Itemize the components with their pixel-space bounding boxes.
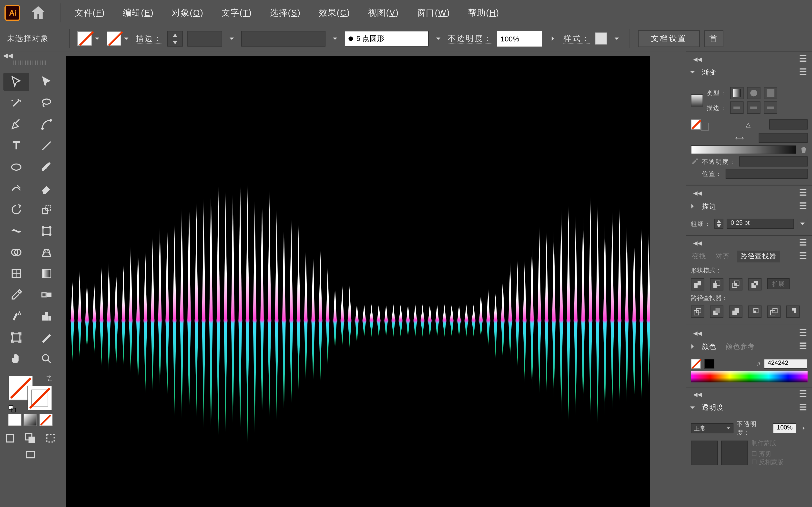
- grad-stop-opacity[interactable]: [739, 157, 808, 166]
- draw-behind-icon[interactable]: [22, 432, 39, 445]
- stroke-weight-field[interactable]: [187, 31, 222, 47]
- stroke-grad-within-icon[interactable]: [730, 101, 744, 114]
- panel-collapse-icon[interactable]: ◀◀: [693, 56, 702, 62]
- mesh-tool[interactable]: [3, 265, 29, 283]
- color-tab[interactable]: 颜色: [700, 341, 719, 352]
- menu-type[interactable]: 文字(T): [214, 4, 260, 21]
- radial-gradient-icon[interactable]: [747, 87, 760, 100]
- menu-object[interactable]: 对象(O): [164, 4, 211, 21]
- panel-menu-icon[interactable]: [799, 187, 809, 198]
- line-tool[interactable]: [34, 137, 59, 155]
- blend-tool[interactable]: [34, 286, 59, 304]
- color-guide-tab[interactable]: 颜色参考: [723, 341, 757, 352]
- magic-wand-tool[interactable]: [3, 94, 29, 112]
- gradient-tool[interactable]: [34, 265, 59, 283]
- chevron-down-icon[interactable]: [690, 69, 695, 75]
- color-mode-none[interactable]: [39, 414, 53, 426]
- stroke-weight-dd[interactable]: [797, 219, 807, 229]
- graphic-style-dropdown[interactable]: [612, 32, 622, 46]
- stroke-tab[interactable]: 描边: [700, 201, 719, 212]
- stroke-label[interactable]: 描边：: [136, 34, 163, 44]
- curvature-tool[interactable]: [34, 116, 59, 133]
- eyedropper-icon[interactable]: [691, 158, 699, 165]
- intersect-icon[interactable]: [729, 278, 743, 290]
- gradient-tab[interactable]: 渐变: [700, 66, 719, 78]
- zoom-tool[interactable]: [34, 350, 59, 368]
- panel-menu-icon[interactable]: [799, 251, 809, 262]
- divide-icon[interactable]: [691, 306, 704, 318]
- panel-menu-icon[interactable]: [799, 402, 809, 413]
- expand-button[interactable]: 扩展: [767, 278, 790, 289]
- invert-checkbox[interactable]: 反相蒙版: [759, 458, 783, 465]
- artboard-tool[interactable]: [3, 329, 29, 347]
- outline-icon[interactable]: [767, 306, 780, 318]
- color-stroke-swatch[interactable]: [704, 359, 714, 369]
- cap-profile-field[interactable]: 5 点圆形: [345, 31, 429, 47]
- panel-collapse-icon[interactable]: ◀◀: [693, 391, 702, 397]
- transparency-tab[interactable]: 透明度: [700, 402, 726, 413]
- scale-tool[interactable]: [34, 201, 59, 219]
- transform-tab[interactable]: 变换: [690, 250, 709, 262]
- grad-stop-location[interactable]: [726, 169, 808, 179]
- width-tool[interactable]: [3, 222, 29, 240]
- column-graph-tool[interactable]: [34, 307, 59, 325]
- linear-gradient-icon[interactable]: [730, 87, 744, 100]
- stroke-grad-along-icon[interactable]: [747, 101, 760, 114]
- menu-select[interactable]: 选择(S): [262, 4, 309, 21]
- tools-gripper[interactable]: [13, 60, 46, 65]
- mask-thumb[interactable]: [691, 441, 718, 465]
- panel-menu-icon[interactable]: [799, 54, 809, 64]
- gradient-ramp[interactable]: [691, 145, 796, 154]
- gradient-fill-swatch[interactable]: [701, 123, 709, 131]
- menu-view[interactable]: 视图(V): [360, 4, 407, 21]
- document-setup-button[interactable]: 文档设置: [638, 30, 700, 47]
- panel-collapse-icon[interactable]: ◀◀: [693, 330, 702, 336]
- style-label[interactable]: 样式：: [563, 34, 590, 44]
- merge-icon[interactable]: [729, 306, 743, 318]
- ellipse-tool[interactable]: [3, 158, 29, 176]
- chevron-right-icon[interactable]: [690, 344, 695, 349]
- tools-collapse-icon[interactable]: ◀◀: [0, 52, 16, 59]
- brush-def-field[interactable]: [241, 31, 325, 47]
- shaper-tool[interactable]: [3, 179, 29, 198]
- selection-tool[interactable]: [3, 73, 29, 91]
- stroke-box[interactable]: [28, 386, 52, 410]
- menu-file[interactable]: 文件(F): [67, 4, 113, 21]
- pen-tool[interactable]: [3, 116, 29, 133]
- screen-mode-icon[interactable]: [22, 449, 39, 462]
- menu-help[interactable]: 帮助(H): [460, 4, 507, 21]
- color-mode-solid[interactable]: [8, 414, 21, 426]
- menu-effect[interactable]: 效果(C): [311, 4, 358, 21]
- exclude-icon[interactable]: [748, 278, 761, 290]
- hex-field[interactable]: 424242: [764, 359, 807, 369]
- stroke-grad-across-icon[interactable]: [764, 101, 777, 114]
- gradient-preview[interactable]: [691, 94, 703, 107]
- perspective-tool[interactable]: [34, 243, 59, 261]
- home-icon[interactable]: [29, 4, 47, 22]
- unite-icon[interactable]: [691, 278, 704, 290]
- symbol-sprayer-tool[interactable]: [3, 307, 29, 325]
- stroke-weight-value[interactable]: 0.25 pt: [727, 219, 794, 229]
- panel-menu-icon[interactable]: [799, 328, 809, 338]
- minus-front-icon[interactable]: [710, 278, 723, 290]
- artboard[interactable]: [66, 56, 650, 507]
- gradient-aspect-field[interactable]: [759, 133, 808, 143]
- brush-tool[interactable]: [34, 158, 59, 176]
- rotate-tool[interactable]: [3, 201, 29, 219]
- color-mode-gradient[interactable]: [24, 414, 37, 426]
- fill-swatch[interactable]: [78, 32, 102, 46]
- stroke-weight-stepper[interactable]: [714, 219, 723, 229]
- stroke-weight-dropdown[interactable]: [227, 32, 237, 46]
- default-fill-stroke-icon[interactable]: [8, 405, 16, 413]
- minus-back-icon[interactable]: [786, 306, 800, 318]
- eyedropper-tool[interactable]: [3, 286, 29, 304]
- freeform-gradient-icon[interactable]: [764, 87, 777, 100]
- clip-checkbox[interactable]: 剪切: [759, 450, 771, 457]
- graphic-style-swatch[interactable]: [595, 33, 607, 45]
- mask-thumb2[interactable]: [721, 441, 748, 465]
- pathfinder-tab[interactable]: 路径查找器: [737, 250, 780, 262]
- gradient-angle-field[interactable]: [769, 119, 807, 129]
- panel-collapse-icon[interactable]: ◀◀: [693, 240, 702, 246]
- cap-profile-dropdown[interactable]: [433, 32, 443, 46]
- opacity-arrow[interactable]: [800, 424, 807, 433]
